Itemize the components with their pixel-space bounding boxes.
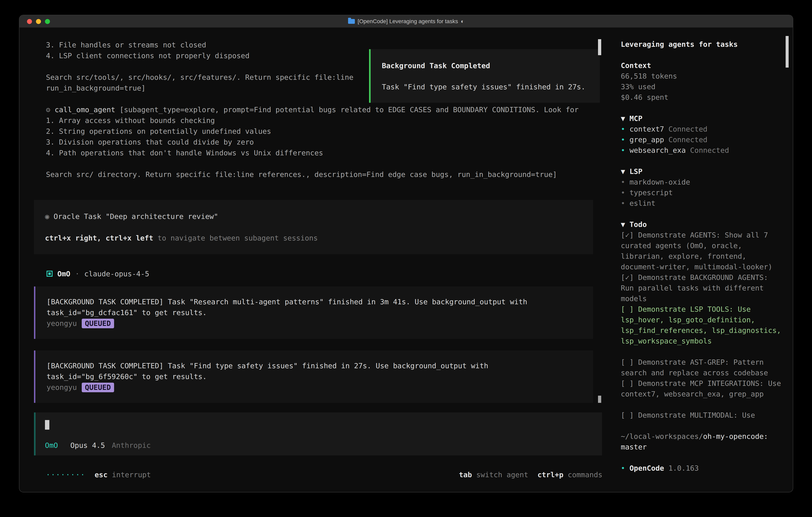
log-line: run_in_background=true] xyxy=(46,83,353,93)
input-model-name: Opus 4.5 xyxy=(70,441,105,450)
tool-arg-tail: Search src/ directory. Return specific f… xyxy=(46,169,579,180)
agent-name: OmO xyxy=(57,270,70,278)
minimize-button[interactable] xyxy=(36,19,41,24)
tool-arg-item: 3. Division operations that could divide… xyxy=(46,137,579,147)
transcript-area[interactable]: 3. File handles or streams not closed 4.… xyxy=(19,28,613,492)
separator-dot: · xyxy=(75,270,80,278)
checkbox-checked-icon: [✓] xyxy=(621,231,634,239)
collapse-icon[interactable]: ▼ xyxy=(621,167,625,175)
input-agent-name: OmO xyxy=(45,441,58,450)
record-icon: ◉ xyxy=(45,212,49,220)
esc-key-label: interrupt xyxy=(108,471,151,479)
bullet-icon: • xyxy=(621,464,625,472)
sidebar-scrollbar-thumb[interactable] xyxy=(786,36,789,67)
window-title: [OpenCode] Leveraging agents for tasks ◐ xyxy=(348,18,464,25)
folder-icon xyxy=(348,19,355,24)
spinner-icon: ········ xyxy=(46,471,85,479)
status-right: tab switch agent ctrl+p commands xyxy=(459,471,602,479)
transcript-scrollbar-thumb[interactable] xyxy=(598,396,601,403)
tool-call-block: ⚙ call_omo_agent [subagent_type=explore,… xyxy=(46,104,579,180)
session-title: Leveraging agents for tasks xyxy=(621,39,782,50)
message-card: [BACKGROUND TASK COMPLETED] Task "Resear… xyxy=(34,287,593,339)
mcp-section: ▼ MCP • context7 Connected • grep_app Co… xyxy=(621,113,782,156)
mcp-item: • context7 Connected xyxy=(621,124,782,134)
transcript-scrollbar-thumb[interactable] xyxy=(598,39,601,55)
status-left: ········ esc interrupt xyxy=(46,471,151,479)
toast-body: Task "Find type safety issues" finished … xyxy=(382,82,590,92)
todo-item: [ ] Demonstrate MCP INTEGRATIONS: Use co… xyxy=(621,378,782,399)
mcp-item: • websearch_exa Connected xyxy=(621,145,782,156)
author-name: yeongyu xyxy=(47,319,77,327)
message-line: [BACKGROUND TASK COMPLETED] Task "Find t… xyxy=(47,360,581,371)
message-meta: yeongyuQUEUED xyxy=(47,382,581,393)
workspace-path: ~/local-workspaces/oh-my-opencode: maste… xyxy=(621,431,782,452)
oracle-task-panel: ◉ Oracle Task "Deep architecture review"… xyxy=(34,200,593,254)
log-line: 3. File handles or streams not closed xyxy=(46,39,353,50)
workspace-repo: oh-my-opencode: xyxy=(703,432,768,440)
oracle-task-title: ◉ Oracle Task "Deep architecture review" xyxy=(45,211,581,222)
window-title-text: [OpenCode] Leveraging agents for tasks xyxy=(358,18,458,25)
zoom-button[interactable] xyxy=(45,19,50,24)
message-meta: yeongyuQUEUED xyxy=(47,318,581,329)
tool-name: call_omo_agent xyxy=(55,106,115,114)
checkbox-checked-icon: [✓] xyxy=(621,273,634,281)
background-task-toast[interactable]: Background Task Completed Task "Find typ… xyxy=(369,49,600,103)
toast-title: Background Task Completed xyxy=(382,60,590,71)
prompt-input[interactable]: OmO Opus 4.5 Anthropic xyxy=(34,412,602,456)
log-block-top: 3. File handles or streams not closed 4.… xyxy=(46,39,353,93)
checkbox-empty-icon: [ ] xyxy=(621,305,634,313)
context-heading: Context xyxy=(621,60,782,71)
mcp-item: • grep_app Connected xyxy=(621,134,782,145)
todo-item: [ ] Demonstrate MULTIMODAL: Use xyxy=(621,410,782,420)
checkbox-empty-icon: [ ] xyxy=(621,358,634,366)
tool-arg-item: 1. Array access without bounds checking xyxy=(46,115,579,126)
context-section: Context 66,518 tokens 33% used $0.46 spe… xyxy=(621,60,782,103)
bullet-icon: • xyxy=(621,125,625,133)
tool-arg-item: 4. Path operations that don't handle Win… xyxy=(46,147,579,158)
workspace-branch: master xyxy=(621,443,647,451)
author-name: yeongyu xyxy=(47,383,77,391)
todo-item: [ ] Demonstrate LSP TOOLS: Use lsp_hover… xyxy=(621,304,782,346)
bullet-icon: • xyxy=(621,146,625,154)
text-cursor xyxy=(45,420,49,430)
collapse-icon[interactable]: ▼ xyxy=(621,114,625,123)
traffic-lights xyxy=(27,15,50,28)
todo-section: ▼ Todo [✓] Demonstrate AGENTS: Show all … xyxy=(621,219,782,420)
ctrlp-key-hint: ctrl+p xyxy=(538,471,563,479)
bullet-icon: • xyxy=(621,199,625,207)
app-name: OpenCode xyxy=(629,464,664,472)
oracle-shortcut-hint: ctrl+x right, ctrl+x left to navigate be… xyxy=(45,233,581,244)
mcp-heading: ▼ MCP xyxy=(621,113,782,124)
todo-item: [✓] Demonstrate BACKGROUND AGENTS: Run p… xyxy=(621,272,782,304)
lsp-item: • typescript xyxy=(621,187,782,198)
model-selector-row[interactable]: OmO Opus 4.5 Anthropic xyxy=(45,441,592,450)
session-sidebar[interactable]: Leveraging agents for tasks Context 66,5… xyxy=(613,28,793,492)
context-used: 33% used xyxy=(621,81,782,92)
tab-key-hint: tab xyxy=(459,471,472,479)
tool-arg-item: 2. String operations on potentially unde… xyxy=(46,126,579,137)
message-line: [BACKGROUND TASK COMPLETED] Task "Resear… xyxy=(47,297,581,307)
ctrlp-key-label: commands xyxy=(563,471,602,479)
collapse-icon[interactable]: ▼ xyxy=(621,220,625,228)
close-button[interactable] xyxy=(27,19,32,24)
esc-key-hint: esc xyxy=(94,471,108,479)
lsp-item: • markdown-oxide xyxy=(621,177,782,187)
workspace-prefix: ~/local-workspaces/ xyxy=(621,432,703,440)
agent-header: OmO · claude-opus-4-5 xyxy=(47,268,149,279)
shortcut-keys: ctrl+x right, ctrl+x left xyxy=(45,234,153,242)
gear-icon: ⚙ xyxy=(46,106,50,114)
checkbox-empty-icon: [ ] xyxy=(621,411,634,419)
log-line: Search src/tools/, src/hooks/, src/featu… xyxy=(46,72,353,83)
status-bar: ········ esc interrupt tab switch agent … xyxy=(46,469,602,480)
agent-model: claude-opus-4-5 xyxy=(84,270,149,278)
input-provider-name: Anthropic xyxy=(112,441,151,450)
opencode-window: [OpenCode] Leveraging agents for tasks ◐… xyxy=(19,15,793,492)
lsp-heading: ▼ LSP xyxy=(621,166,782,177)
context-spent: $0.46 spent xyxy=(621,92,782,103)
titlebar[interactable]: [OpenCode] Leveraging agents for tasks ◐ xyxy=(19,15,793,28)
session-timer-icon: ◐ xyxy=(461,18,464,25)
context-tokens: 66,518 tokens xyxy=(621,71,782,81)
tab-key-label: switch agent xyxy=(472,471,528,479)
bullet-icon: • xyxy=(621,189,625,197)
message-card: [BACKGROUND TASK COMPLETED] Task "Find t… xyxy=(34,351,593,403)
